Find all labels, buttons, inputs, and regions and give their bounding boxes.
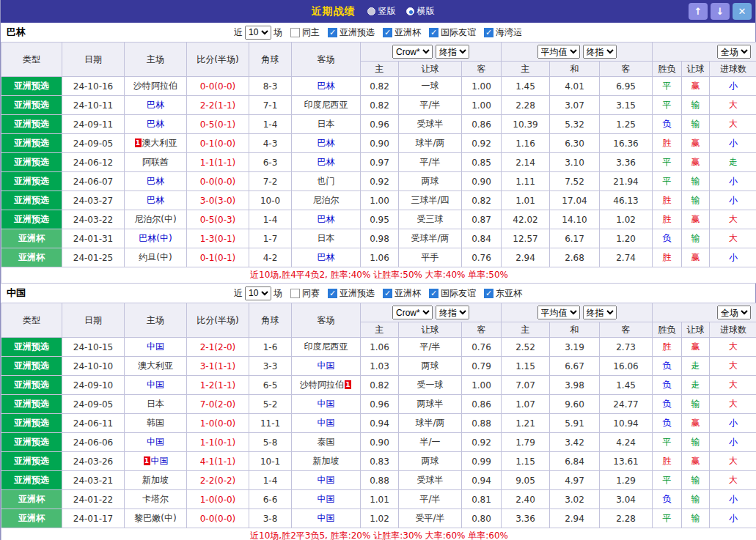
away-team-name: 沙特阿拉伯 — [300, 380, 344, 390]
average-select[interactable]: 平均值 — [537, 45, 580, 59]
avg-away-odds: 16.06 — [600, 357, 653, 376]
score: 2-2(1-1) — [187, 96, 249, 115]
radio-selected-icon — [406, 7, 414, 15]
corner-score: 7-2 — [249, 172, 292, 191]
score: 3-1(1-1) — [187, 357, 249, 376]
column-header: 类型 — [1, 303, 62, 338]
away-team-name: 中国 — [318, 399, 335, 409]
away-team-cell: 巴林 — [292, 248, 361, 267]
filter-checkbox-3[interactable]: 东亚杯 — [484, 287, 522, 300]
filter-checkbox-1[interactable]: 亚洲杯 — [383, 26, 421, 39]
score: 1-1(0-1) — [187, 433, 249, 452]
avg-home-odds: 1.21 — [502, 414, 550, 433]
avg-home-odds: 1.45 — [502, 77, 550, 96]
sub-column-header: 客 — [462, 322, 502, 338]
close-button[interactable]: ✕ — [733, 3, 752, 20]
corner-score: 5-2 — [249, 395, 292, 414]
away-team-name: 新加坡 — [313, 456, 340, 466]
match-row: 亚洲预选24-10-11巴林2-2(1-1)7-1印度尼西亚0.82平/半1.0… — [1, 96, 756, 115]
stage-select[interactable]: 终指 — [436, 45, 469, 59]
handicap-line: 受平/半 — [399, 509, 462, 528]
home-team-cell: 巴林 — [125, 172, 187, 191]
handicap-home-odds: 0.96 — [361, 395, 399, 414]
match-date: 24-10-11 — [62, 96, 125, 115]
filter-checkbox-0[interactable]: 亚洲预选 — [328, 287, 375, 300]
checkbox-label: 亚洲杯 — [394, 26, 421, 39]
competition-type-badge: 亚洲预选 — [1, 191, 62, 210]
handicap-away-odds: 0.86 — [462, 115, 502, 134]
score: 2-2(0-2) — [187, 471, 249, 490]
away-team-cell: 印度尼西亚 — [292, 96, 361, 115]
average-select[interactable]: 平均值 — [537, 306, 580, 319]
handicap-home-odds: 0.82 — [361, 96, 399, 115]
match-date: 24-09-05 — [62, 134, 125, 153]
sub-column-header: 进球数 — [710, 322, 756, 338]
home-team-name: 中国 — [147, 341, 164, 352]
score: 2-1(2-0) — [187, 338, 249, 357]
result-period-header: 全场 — [653, 42, 756, 62]
avg-away-odds: 46.13 — [600, 191, 653, 210]
handicap-away-odds: 0.76 — [462, 338, 502, 357]
away-team-name: 巴林 — [318, 81, 335, 91]
stage-select[interactable]: 终指 — [436, 306, 469, 319]
checkbox-checked-icon — [328, 28, 337, 37]
home-team-cell: 沙特阿拉伯 — [125, 77, 187, 96]
corner-score: 4-2 — [249, 248, 292, 267]
column-header: 日期 — [62, 42, 125, 77]
away-team-cell: 沙特阿拉伯1 — [292, 376, 361, 395]
result-handicap: 赢 — [682, 77, 710, 96]
sub-column-header: 主 — [502, 322, 550, 338]
period-select[interactable]: 全场 — [717, 306, 751, 319]
away-team-cell: 中国 — [292, 357, 361, 376]
checkbox-label: 海湾运 — [496, 26, 522, 39]
bookmaker-select[interactable]: Crow* — [392, 45, 433, 59]
competition-type-badge: 亚洲预选 — [1, 338, 62, 357]
match-date: 24-06-11 — [62, 414, 125, 433]
filter-checkbox-2[interactable]: 国际友谊 — [429, 287, 476, 300]
avg-draw-odds: 4.97 — [550, 471, 600, 490]
avg-draw-odds: 3.19 — [550, 338, 600, 357]
avg-away-odds: 1.25 — [600, 115, 653, 134]
match-row: 亚洲预选24-10-10澳大利亚3-1(1-1)3-3中国1.03两球0.791… — [1, 357, 756, 376]
recent-count-select[interactable]: 10 — [245, 286, 271, 300]
stage-select-2[interactable]: 终指 — [583, 306, 617, 319]
handicap-away-odds: 0.88 — [462, 414, 502, 433]
result-goals: 小 — [710, 134, 756, 153]
avg-away-odds: 1.02 — [600, 210, 653, 229]
avg-draw-odds: 3.42 — [550, 433, 600, 452]
checkbox-label: 亚洲预选 — [340, 26, 375, 39]
view-option-vertical[interactable]: 竖版 — [367, 5, 396, 18]
match-row: 亚洲预选24-09-051澳大利亚0-1(0-0)4-3巴林0.90球半/两0.… — [1, 134, 756, 153]
sub-column-header: 让球 — [399, 322, 462, 338]
period-select[interactable]: 全场 — [717, 45, 751, 59]
avg-draw-odds: 6.17 — [550, 229, 600, 248]
competition-type-badge: 亚洲预选 — [1, 134, 62, 153]
scroll-up-button[interactable]: ↑ — [689, 3, 708, 20]
team-section-1: 中国近10场同赛亚洲预选亚洲杯国际友谊东亚杯类型日期主场比分(半场)角球客场Cr… — [1, 284, 755, 540]
result-outcome: 胜 — [653, 452, 682, 471]
home-team-name: 阿联酋 — [142, 157, 169, 167]
filter-checkbox-0[interactable]: 亚洲预选 — [328, 26, 375, 39]
match-row: 亚洲杯24-01-17黎巴嫩(中)0-0(0-0)3-8中国1.02受平/半0.… — [1, 509, 756, 528]
page-title: 近期战绩 — [312, 5, 356, 18]
scroll-down-button[interactable]: ↓ — [711, 3, 730, 20]
filter-checkbox-unchecked[interactable]: 同赛 — [290, 287, 320, 300]
away-team-cell: 巴林 — [292, 210, 361, 229]
column-header: 日期 — [62, 303, 125, 338]
handicap-home-odds: 0.82 — [361, 376, 399, 395]
filter-checkbox-2[interactable]: 国际友谊 — [429, 26, 476, 39]
competition-type-badge: 亚洲预选 — [1, 395, 62, 414]
view-option-horizontal[interactable]: 横版 — [406, 5, 435, 18]
score: 1-1(1-1) — [187, 153, 249, 172]
handicap-away-odds: 0.92 — [462, 433, 502, 452]
bookmaker-select[interactable]: Crow* — [392, 306, 433, 319]
handicap-away-odds: 0.79 — [462, 357, 502, 376]
avg-home-odds: 2.28 — [502, 96, 550, 115]
handicap-line: 两球 — [399, 172, 462, 191]
corner-score: 4-3 — [249, 134, 292, 153]
filter-checkbox-1[interactable]: 亚洲杯 — [383, 287, 421, 300]
stage-select-2[interactable]: 终指 — [583, 45, 617, 59]
recent-count-select[interactable]: 10 — [245, 26, 271, 40]
filter-checkbox-unchecked[interactable]: 同主 — [290, 26, 320, 39]
filter-checkbox-3[interactable]: 海湾运 — [484, 26, 522, 39]
